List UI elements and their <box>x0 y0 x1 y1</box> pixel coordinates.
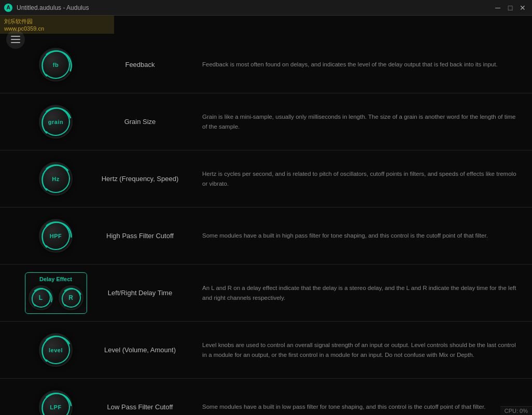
list-item: grain Grain Size Grain is like a mini-sa… <box>0 93 532 150</box>
app-icon: A <box>4 4 12 12</box>
knob-area-hpf: HPF <box>0 219 83 253</box>
maximize-button[interactable]: □ <box>505 3 515 13</box>
level-knob[interactable]: level <box>39 333 73 367</box>
cpu-label: CPU: 0% <box>505 408 528 414</box>
lpf-name: Low Pass Filter Cutoff <box>83 403 197 411</box>
lpf-desc: Some modules have a built in low pass fi… <box>197 402 532 411</box>
title-bar: A Untitled.audulus - Audulus ─ □ ✕ <box>0 0 532 16</box>
knob-area-level: level <box>0 333 83 367</box>
knob-wrapper-hz: Hz <box>39 162 73 196</box>
delay-effect-title: Delay Effect <box>39 276 72 282</box>
feedback-knob[interactable]: fb <box>39 48 73 81</box>
delay-knob-r[interactable]: R <box>59 285 83 310</box>
title-bar-left: A Untitled.audulus - Audulus <box>4 4 89 12</box>
close-button[interactable]: ✕ <box>517 3 528 13</box>
knob-wrapper-level: level <box>39 333 73 367</box>
knob-area-feedback: fb <box>0 48 83 81</box>
list-item: LPF Low Pass Filter Cutoff Some modules … <box>0 379 532 415</box>
grain-name: Grain Size <box>83 118 197 126</box>
knob-wrapper-feedback: fb <box>39 48 73 81</box>
knob-wrapper-hpf: HPF <box>39 219 73 253</box>
hpf-knob[interactable]: HPF <box>39 219 73 253</box>
level-desc: Level knobs are used to control an overa… <box>197 340 532 359</box>
grain-desc: Grain is like a mini-sample, usually onl… <box>197 112 532 131</box>
knob-area-delay: Delay Effect L R <box>0 272 83 314</box>
knob-wrapper-grain: grain <box>39 105 73 139</box>
watermark-line2: www.pc0359.cn <box>4 25 110 32</box>
svg-point-1 <box>40 106 74 140</box>
svg-point-3 <box>40 220 74 254</box>
svg-point-6 <box>40 334 74 368</box>
watermark-line1: 刘乐软件园 <box>4 18 110 25</box>
delay-name: Left/Right Delay Time <box>83 289 197 297</box>
delay-knobs-row: L R <box>29 285 83 310</box>
knob-area-hz: Hz <box>0 162 83 196</box>
window-title: Untitled.audulus - Audulus <box>17 4 89 11</box>
status-bar: CPU: 0% <box>500 406 532 415</box>
hz-name: Hertz (Frequency, Speed) <box>83 175 197 183</box>
svg-point-2 <box>40 163 74 197</box>
delay-knob-l[interactable]: L <box>29 285 53 310</box>
list-item: fb Feedback Feedback is most often found… <box>0 36 532 93</box>
level-name: Level (Volume, Amount) <box>83 346 197 354</box>
grain-knob[interactable]: grain <box>39 105 73 139</box>
knob-area-lpf: LPF <box>0 390 83 415</box>
list-item: HPF High Pass Filter Cutoff Some modules… <box>0 208 532 265</box>
delay-effect-box: Delay Effect L R <box>25 272 87 314</box>
rows-container: fb Feedback Feedback is most often found… <box>0 16 532 415</box>
knob-wrapper-lpf: LPF <box>39 390 73 415</box>
svg-point-4 <box>30 286 54 311</box>
title-bar-controls: ─ □ ✕ <box>493 3 528 13</box>
hamburger-line-1 <box>11 36 20 37</box>
minimize-button[interactable]: ─ <box>493 3 503 13</box>
delay-desc: An L and R on a delay effect indicate th… <box>197 283 532 302</box>
list-item: level Level (Volume, Amount) Level knobs… <box>0 322 532 379</box>
hz-desc: Hertz is cycles per second, and is relat… <box>197 169 532 188</box>
main-content[interactable]: fb Feedback Feedback is most often found… <box>0 16 532 415</box>
hpf-desc: Some modules have a built in high pass f… <box>197 231 532 240</box>
svg-point-7 <box>40 391 74 415</box>
feedback-name: Feedback <box>83 61 197 68</box>
list-item: Hz Hertz (Frequency, Speed) Hertz is cyc… <box>0 150 532 208</box>
lpf-knob[interactable]: LPF <box>39 390 73 415</box>
hamburger-line-2 <box>11 39 20 40</box>
svg-point-0 <box>40 49 74 82</box>
list-item: Delay Effect L R <box>0 265 532 322</box>
hz-knob[interactable]: Hz <box>39 162 73 196</box>
watermark: 刘乐软件园 www.pc0359.cn <box>0 16 114 34</box>
hpf-name: High Pass Filter Cutoff <box>83 232 197 240</box>
hamburger-line-3 <box>11 42 20 43</box>
svg-point-5 <box>60 286 85 311</box>
feedback-desc: Feedback is most often found on delays, … <box>197 60 532 69</box>
knob-area-grain: grain <box>0 105 83 139</box>
